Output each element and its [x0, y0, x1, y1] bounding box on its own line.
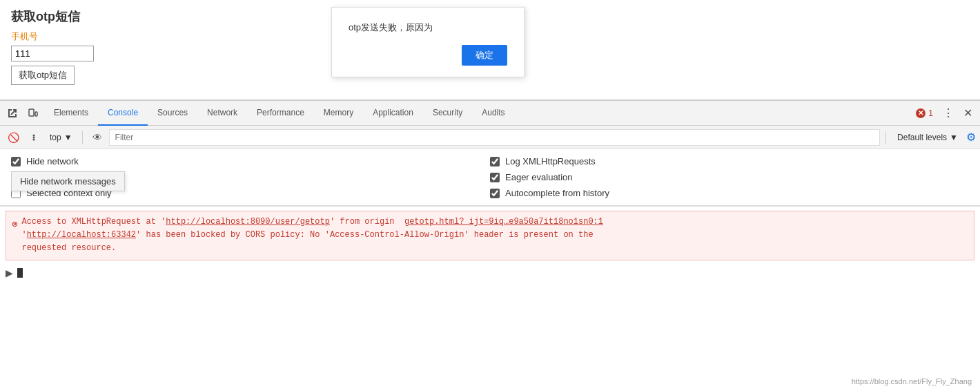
tab-application[interactable]: Application — [363, 101, 423, 126]
option-eager-eval: Eager evaluation — [490, 172, 969, 182]
device-icon[interactable] — [23, 104, 43, 123]
clear-console-button[interactable]: 🚫 — [4, 128, 22, 146]
devtools-toolbar: 🚫 top ▼ 👁 Default levels ▼ ⚙ — [0, 126, 980, 149]
tab-security[interactable]: Security — [423, 101, 472, 126]
cursor — [17, 268, 23, 278]
dialog: otp发送失败，原因为 确定 — [331, 7, 525, 77]
option-autocomplete: Autocomplete from history — [490, 188, 969, 198]
otp-button[interactable]: 获取otp短信 — [11, 66, 75, 85]
toolbar-divider-2 — [885, 131, 886, 144]
options-grid: Hide network Hide network messages Log X… — [11, 156, 969, 198]
error-badge[interactable]: ✕ 1 — [910, 108, 939, 118]
filter-input[interactable] — [109, 129, 880, 146]
error-circle-icon: ✕ — [916, 108, 925, 118]
tab-network[interactable]: Network — [197, 101, 247, 126]
devtools-tabs: Elements Console Sources Network Perform… — [0, 101, 980, 126]
levels-arrow-icon: ▼ — [950, 133, 958, 142]
autocomplete-checkbox[interactable] — [490, 189, 500, 198]
eye-icon[interactable]: 👁 — [88, 128, 106, 146]
phone-input[interactable] — [11, 46, 94, 61]
dropdown-arrow-icon: ▼ — [64, 133, 72, 142]
error-row-icon: ⊗ — [12, 217, 17, 232]
inspector-icon[interactable] — [3, 104, 22, 123]
eager-eval-checkbox[interactable] — [490, 173, 500, 182]
hide-network-checkbox[interactable] — [11, 157, 21, 166]
tab-performance[interactable]: Performance — [247, 101, 314, 126]
option-log-xml: Log XMLHttpRequests — [490, 156, 969, 166]
log-levels-button[interactable]: Default levels ▼ — [892, 131, 963, 144]
dialog-confirm-button[interactable]: 确定 — [462, 45, 507, 66]
toggle-drawer-button[interactable] — [25, 128, 43, 146]
console-options: Hide network Hide network messages Log X… — [0, 149, 980, 206]
levels-label: Default levels — [897, 133, 947, 142]
svg-rect-0 — [29, 109, 34, 116]
context-value: top — [50, 133, 61, 142]
watermark: https://blog.csdn.net/Fly_Fly_Zhang — [852, 377, 972, 385]
console-input-row: ▶ — [0, 265, 980, 281]
tab-elements[interactable]: Elements — [44, 101, 98, 126]
log-area: ⊗ Access to XMLHttpRequest at 'http://lo… — [0, 206, 980, 265]
more-options-button[interactable]: ⋮ — [939, 104, 958, 123]
error-link-2[interactable]: getotp.html? ijt=9iq…e9a50a7it18no1sn0:1 — [404, 217, 603, 227]
prompt-icon: ▶ — [6, 267, 13, 278]
tab-audits[interactable]: Audits — [472, 101, 514, 126]
svg-point-2 — [33, 134, 35, 136]
settings-gear-icon[interactable]: ⚙ — [966, 131, 976, 144]
error-link-3[interactable]: http://localhost:63342 — [27, 230, 136, 240]
log-xml-checkbox[interactable] — [490, 157, 500, 166]
tab-sources[interactable]: Sources — [148, 101, 197, 126]
dialog-message: otp发送失败，原因为 — [349, 21, 507, 34]
autocomplete-label: Autocomplete from history — [505, 188, 609, 198]
error-row: ⊗ Access to XMLHttpRequest at 'http://lo… — [6, 211, 974, 260]
svg-point-3 — [33, 136, 35, 138]
devtools-panel: Elements Console Sources Network Perform… — [0, 100, 980, 281]
error-count: 1 — [928, 108, 933, 118]
hide-network-tooltip: Hide network messages — [11, 171, 125, 191]
hide-network-label: Hide network — [26, 156, 79, 166]
tab-memory[interactable]: Memory — [314, 101, 363, 126]
context-select[interactable]: top ▼ — [46, 131, 77, 144]
svg-point-4 — [33, 138, 35, 140]
tab-console[interactable]: Console — [98, 101, 148, 126]
page-area: 获取otp短信 手机号 获取otp短信 otp发送失败，原因为 确定 — [0, 0, 980, 100]
error-text: Access to XMLHttpRequest at 'http://loca… — [21, 216, 603, 256]
error-link-1[interactable]: http://localhost:8090/user/getotp — [166, 217, 330, 227]
toolbar-divider-1 — [82, 131, 83, 144]
log-xml-label: Log XMLHttpRequests — [505, 156, 596, 166]
close-devtools-button[interactable]: ✕ — [958, 104, 977, 123]
option-hide-network: Hide network Hide network messages — [11, 156, 490, 166]
svg-rect-1 — [35, 112, 37, 116]
eager-eval-label: Eager evaluation — [505, 172, 573, 182]
